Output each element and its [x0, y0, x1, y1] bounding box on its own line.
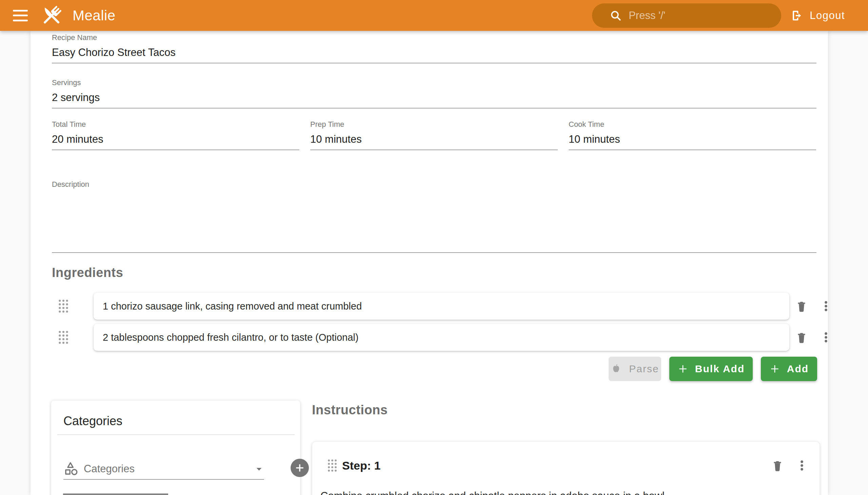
ingredients-heading: Ingredients: [52, 266, 123, 280]
parse-button[interactable]: Parse: [609, 357, 661, 381]
servings-input[interactable]: [52, 89, 816, 108]
app-title: Mealie: [72, 7, 116, 24]
menu-icon[interactable]: [13, 10, 28, 21]
total-time-label: Total Time: [52, 120, 300, 129]
logout-button[interactable]: Logout: [789, 3, 847, 28]
description-textarea[interactable]: [52, 190, 816, 253]
bulk-add-button[interactable]: Bulk Add: [669, 357, 753, 381]
kebab-menu-icon[interactable]: [819, 331, 832, 344]
logout-label: Logout: [810, 10, 845, 22]
recipe-edit-page: Mealie Logout Recipe Name Servings: [0, 0, 868, 495]
recipe-form-card: Recipe Name Servings Total Time Prep Tim…: [31, 31, 828, 495]
categories-card-title: Categories: [63, 414, 122, 428]
app-header: Mealie Logout: [0, 0, 868, 31]
apple-icon: [611, 363, 622, 375]
step-header: Step: 1: [312, 455, 819, 476]
delete-icon[interactable]: [795, 330, 808, 344]
instructions-heading: Instructions: [312, 403, 388, 417]
prep-time-input[interactable]: [310, 131, 558, 150]
cook-time-input[interactable]: [568, 131, 816, 150]
ingredient-card: [93, 324, 789, 351]
categories-select[interactable]: Categories: [63, 459, 264, 480]
step-text[interactable]: Combine crumbled chorizo and chipotle pe…: [320, 489, 811, 495]
recipe-name-input[interactable]: [52, 44, 816, 63]
bulk-add-label: Bulk Add: [695, 363, 745, 375]
search-input[interactable]: [629, 10, 764, 22]
shapes-icon: [63, 461, 79, 477]
instruction-step-card: Step: 1 Combine crumbled chorizo and chi…: [312, 441, 820, 495]
kebab-menu-icon[interactable]: [796, 459, 808, 472]
logout-icon: [791, 9, 804, 22]
plus-icon: [769, 363, 780, 374]
total-time-input[interactable]: [52, 131, 300, 150]
ingredient-row: [52, 324, 816, 351]
kebab-menu-icon[interactable]: [819, 300, 832, 312]
add-label: Add: [787, 363, 809, 375]
divider: [57, 434, 295, 435]
add-category-button[interactable]: [291, 459, 309, 477]
ingredient-row: [52, 293, 816, 320]
categories-select-label: Categories: [84, 463, 254, 475]
plus-icon: [295, 463, 305, 473]
delete-icon[interactable]: [795, 300, 808, 313]
ingredient-card: [93, 293, 789, 320]
servings-label: Servings: [52, 78, 816, 87]
recipe-name-label: Recipe Name: [52, 33, 816, 42]
mealie-logo-icon: [40, 4, 63, 27]
drag-handle-icon[interactable]: [58, 299, 69, 313]
description-label: Description: [52, 180, 816, 189]
chevron-down-icon: [254, 464, 264, 474]
search-icon: [609, 9, 623, 22]
delete-icon[interactable]: [771, 459, 784, 472]
categories-card: Categories Categories: [51, 400, 301, 495]
parse-label: Parse: [629, 363, 659, 375]
ingredient-input[interactable]: [93, 301, 789, 312]
cook-time-label: Cook Time: [568, 120, 816, 129]
add-ingredient-button[interactable]: Add: [761, 357, 817, 381]
tags-underline: [63, 494, 168, 495]
drag-handle-icon[interactable]: [58, 330, 69, 345]
prep-time-label: Prep Time: [310, 120, 558, 129]
drag-handle-icon[interactable]: [327, 458, 337, 473]
plus-icon: [678, 363, 688, 374]
step-title: Step: 1: [342, 459, 380, 472]
ingredient-input[interactable]: [93, 332, 789, 343]
search-bar[interactable]: [592, 3, 781, 28]
